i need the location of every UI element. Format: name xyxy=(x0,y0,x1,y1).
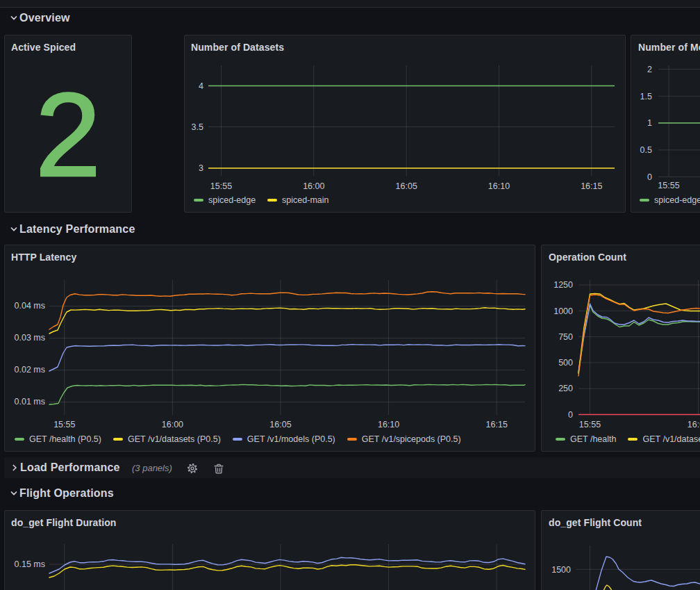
svg-text:15:55: 15:55 xyxy=(53,420,75,429)
svg-text:0: 0 xyxy=(647,172,652,182)
svg-text:3: 3 xyxy=(199,163,203,173)
svg-text:16:00: 16:00 xyxy=(688,420,700,429)
svg-text:0.15 ms: 0.15 ms xyxy=(15,559,45,569)
svg-text:0.02 ms: 0.02 ms xyxy=(15,365,45,375)
svg-text:0: 0 xyxy=(568,410,573,420)
svg-text:500: 500 xyxy=(558,358,573,368)
svg-text:16:05: 16:05 xyxy=(269,420,291,429)
svg-text:16:15: 16:15 xyxy=(486,420,508,429)
svg-text:0.03 ms: 0.03 ms xyxy=(15,333,45,343)
svg-text:16:00: 16:00 xyxy=(303,181,324,191)
svg-text:1.5: 1.5 xyxy=(640,92,652,101)
svg-text:1000: 1000 xyxy=(553,306,573,316)
svg-text:1250: 1250 xyxy=(553,280,573,290)
svg-text:16:05: 16:05 xyxy=(396,181,417,191)
svg-text:16:00: 16:00 xyxy=(162,420,183,429)
svg-text:16:10: 16:10 xyxy=(378,420,399,429)
svg-text:15:55: 15:55 xyxy=(658,181,679,190)
svg-text:0.01 ms: 0.01 ms xyxy=(15,397,45,407)
svg-text:0.5: 0.5 xyxy=(640,145,652,155)
svg-text:3.5: 3.5 xyxy=(192,122,203,132)
svg-text:16:15: 16:15 xyxy=(581,181,602,191)
svg-text:15:55: 15:55 xyxy=(210,181,232,191)
svg-text:750: 750 xyxy=(558,332,573,342)
svg-text:1: 1 xyxy=(647,118,652,128)
svg-text:1500: 1500 xyxy=(551,565,571,575)
svg-text:16:10: 16:10 xyxy=(488,181,510,191)
svg-text:0.04 ms: 0.04 ms xyxy=(15,301,45,311)
svg-text:250: 250 xyxy=(558,384,573,393)
svg-text:4: 4 xyxy=(199,81,203,91)
svg-text:15:55: 15:55 xyxy=(579,420,601,429)
svg-text:2: 2 xyxy=(647,65,652,74)
